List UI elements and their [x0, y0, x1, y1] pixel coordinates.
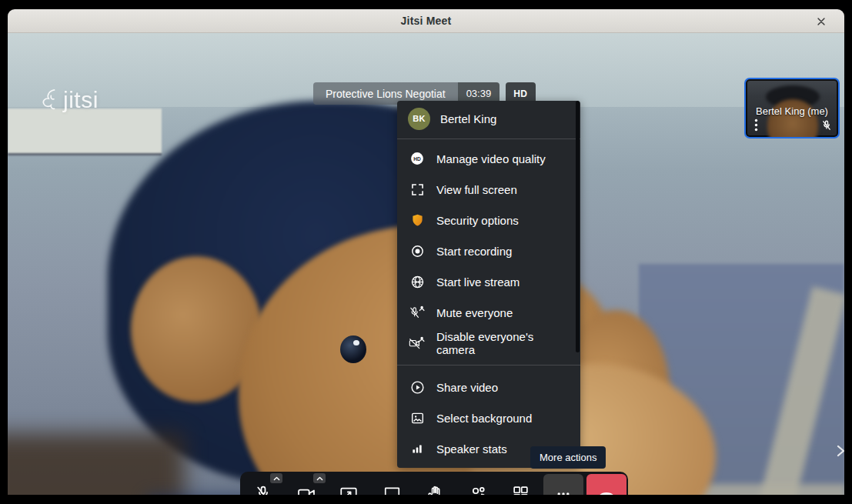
- record-icon: [408, 242, 426, 260]
- hangup-phone-icon: [596, 484, 616, 496]
- video-art-bear-eye: [340, 335, 366, 363]
- avatar: BK: [408, 108, 430, 130]
- window-titlebar[interactable]: Jitsi Meet: [8, 9, 844, 33]
- chevron-up-icon: [316, 476, 324, 482]
- tile-view-icon: [511, 484, 530, 495]
- menu-item-label: Speaker stats: [436, 442, 507, 456]
- video-art-chair-frame-2: [616, 484, 844, 495]
- menu-divider: [397, 365, 580, 365]
- toolbox: [240, 472, 628, 495]
- camera-off-person-icon: [408, 334, 426, 352]
- more-actions-tooltip: More actions: [530, 446, 606, 469]
- video-art-chair-frame: [751, 286, 844, 495]
- chat-bubble-icon: [383, 484, 402, 495]
- menu-profile-row[interactable]: BK Bertel King: [397, 102, 580, 135]
- window-title: Jitsi Meet: [401, 15, 452, 27]
- menu-profile-name: Bertel King: [440, 112, 496, 125]
- menu-item-label: Manage video quality: [436, 152, 546, 165]
- self-view-muted-indicator: [820, 119, 833, 132]
- close-icon: [816, 16, 827, 27]
- fullscreen-icon: [408, 180, 426, 199]
- self-view-thumbnail[interactable]: Bertel King (me): [744, 78, 840, 139]
- ellipsis-icon: [554, 485, 573, 496]
- window-close-button[interactable]: [812, 12, 830, 31]
- jitsi-logo-text: jitsi: [63, 87, 99, 113]
- participants-button[interactable]: [459, 476, 496, 496]
- video-art-eye-glint: [353, 340, 359, 345]
- globe-icon: [408, 272, 426, 291]
- menu-item-select-background[interactable]: Select background: [397, 402, 580, 433]
- raise-hand-button[interactable]: [416, 476, 453, 496]
- menu-item-label: Security options: [436, 214, 519, 227]
- jitsi-meet-window: Jitsi Meet: [0, 0, 852, 504]
- menu-item-label: Select background: [436, 412, 532, 425]
- self-view-display-name: Bertel King (me): [746, 105, 838, 117]
- mic-off-person-icon: [408, 303, 426, 322]
- jitsi-watermark[interactable]: jitsi: [38, 87, 99, 113]
- menu-scrollbar-thumb[interactable]: [576, 101, 580, 352]
- menu-item-label: View full screen: [436, 183, 517, 196]
- menu-item-mute-everyone[interactable]: Mute everyone: [397, 297, 580, 328]
- menu-item-start-recording[interactable]: Start recording: [397, 235, 580, 266]
- jitsi-logo-icon: [38, 87, 62, 113]
- video-art-right-wall: [639, 264, 844, 495]
- play-circle-icon: [408, 378, 426, 396]
- menu-item-disable-everyones-camera[interactable]: Disable everyone's camera: [397, 328, 580, 359]
- menu-item-label: Disable everyone's camera: [436, 330, 570, 356]
- shield-icon: [408, 211, 426, 229]
- video-art-sill: [8, 108, 162, 153]
- menu-item-manage-video-quality[interactable]: HD Manage video quality: [397, 143, 580, 174]
- image-icon: [408, 409, 426, 427]
- menu-item-view-full-screen[interactable]: View full screen: [397, 174, 580, 205]
- hd-circle-icon: HD: [408, 149, 426, 168]
- audio-settings-chevron[interactable]: [270, 473, 282, 483]
- chat-button[interactable]: [373, 476, 410, 496]
- camera-icon: [296, 484, 316, 496]
- participants-icon: [468, 484, 488, 496]
- self-view-menu-button[interactable]: [750, 118, 761, 131]
- chevron-up-icon: [272, 476, 281, 482]
- menu-item-label: Share video: [436, 381, 498, 394]
- chevron-right-icon: [834, 442, 844, 459]
- vertical-dots-icon: [754, 118, 758, 132]
- more-actions-menu: BK Bertel King HD Manage video quality V…: [397, 101, 580, 468]
- tile-view-button[interactable]: [503, 476, 540, 496]
- share-screen-button[interactable]: [331, 476, 368, 496]
- more-actions-button[interactable]: [543, 474, 583, 496]
- bar-chart-icon: [408, 439, 426, 458]
- filmstrip-toggle-button[interactable]: [830, 439, 844, 462]
- video-art-bear-ear: [131, 256, 262, 402]
- raise-hand-icon: [426, 484, 445, 495]
- video-art-shadow: [8, 433, 185, 495]
- menu-item-share-video[interactable]: Share video: [397, 372, 580, 402]
- menu-item-start-live-stream[interactable]: Start live stream: [397, 266, 580, 297]
- screen-share-icon: [339, 484, 359, 496]
- menu-item-label: Start live stream: [436, 275, 520, 289]
- tooltip-text: More actions: [540, 452, 596, 463]
- main-video: jitsi Protective Lions Negotiat 03:39 HD…: [8, 33, 844, 495]
- video-settings-chevron[interactable]: [313, 473, 326, 483]
- svg-text:HD: HD: [413, 156, 421, 162]
- menu-item-label: Mute everyone: [436, 306, 513, 319]
- menu-item-label: Start recording: [436, 245, 512, 258]
- menu-item-security-options[interactable]: Security options: [397, 205, 580, 235]
- mic-off-icon: [253, 484, 273, 496]
- menu-divider: [397, 139, 580, 139]
- hangup-button[interactable]: [586, 474, 626, 496]
- mic-off-icon: [820, 119, 833, 132]
